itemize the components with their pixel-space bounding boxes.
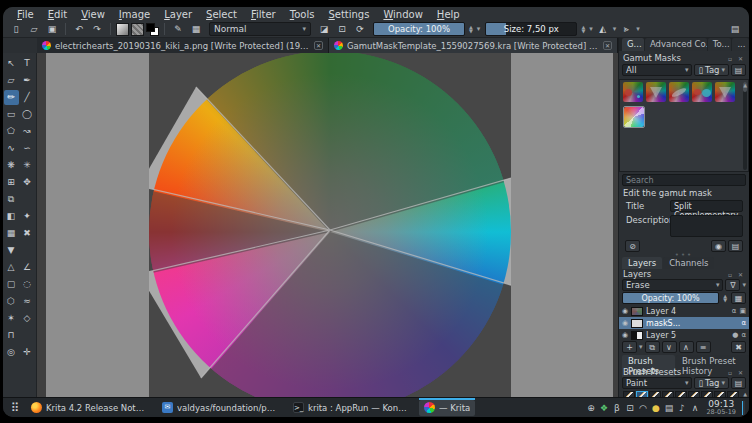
visibility-eye-icon[interactable]: ◉ — [622, 331, 628, 339]
inherit-alpha-icon[interactable]: ▣ — [739, 307, 746, 315]
taskbar-task[interactable]: >_ krita : AppRun — Konsole — [288, 400, 416, 416]
docker-tab[interactable]: ... — [732, 38, 749, 51]
layer-row-mask-selected[interactable]: ◉ maskS... α — [619, 317, 749, 329]
preview-mask-button[interactable]: ◉ — [711, 240, 726, 252]
menu-item[interactable]: View — [75, 9, 111, 20]
layer-properties-button[interactable]: ≡ — [696, 341, 711, 353]
menu-item[interactable]: Filter — [245, 9, 282, 20]
tool-fill[interactable]: ▼ — [4, 243, 19, 258]
docker-float-close-icons[interactable]: ▫ ✕ — [728, 271, 745, 278]
gamut-mask-thumb-complementary[interactable] — [646, 82, 666, 102]
layer-filter-button[interactable]: ∇ — [725, 279, 740, 291]
menu-item[interactable]: Tools — [284, 9, 321, 20]
tool-assistants[interactable]: △ — [4, 260, 19, 275]
taskbar-task[interactable]: — Krita — [419, 400, 475, 416]
tool-magnetic-select[interactable]: ⊓ — [4, 328, 19, 343]
tool-polygon-select[interactable]: ⬡ — [4, 294, 19, 309]
taskbar-task[interactable]: Krita 4.2 Release Notes | Krita - ... — [26, 400, 154, 416]
layer-list-settings-button[interactable]: ▦ — [731, 292, 746, 304]
brush-preset-chooser-button[interactable]: ▦ — [188, 22, 204, 36]
gradient-chooser[interactable] — [116, 23, 129, 36]
app-launcher-icon[interactable]: ⠿ — [7, 401, 23, 415]
close-tab-icon[interactable]: ✕ — [603, 41, 612, 50]
tool-calligraphy[interactable]: ✒ — [20, 73, 35, 88]
show-desktop-button[interactable] — [742, 401, 745, 415]
tool-freehand-path[interactable]: ∽ — [20, 141, 35, 156]
tool-similar-select[interactable]: ✶ — [4, 311, 19, 326]
menu-item[interactable]: Window — [377, 9, 428, 20]
menu-item[interactable]: Layer — [158, 9, 198, 20]
chevron-down-icon[interactable]: ▾ — [589, 25, 593, 33]
save-button[interactable]: ▣ — [44, 22, 60, 36]
tool-move[interactable]: ✥ — [20, 175, 35, 190]
chevron-down-icon[interactable]: ▾ — [477, 25, 481, 33]
menu-item[interactable]: File — [11, 9, 40, 20]
display-settings-button[interactable]: ▤ — [731, 377, 746, 389]
tab-channels[interactable]: Channels — [663, 257, 714, 269]
wrap-around-button[interactable]: ⪢ — [618, 22, 634, 36]
scroll-up-icon[interactable]: ▲ — [743, 82, 747, 88]
open-document-button[interactable]: ▱ — [26, 22, 42, 36]
mask-description-input[interactable] — [670, 215, 743, 237]
tool-rect-select[interactable]: ▢ — [4, 277, 19, 292]
tool-measure[interactable]: ∠ — [20, 260, 35, 275]
tool-smart-patch[interactable]: ✖ — [20, 226, 35, 241]
tool-pan[interactable]: ✛ — [20, 345, 35, 360]
expand-tray-icon[interactable]: ∧ — [689, 403, 700, 413]
cancel-edit-button[interactable]: ⊘ — [625, 240, 640, 252]
save-mask-button[interactable]: ▤ — [728, 240, 743, 252]
lock-tray-icon[interactable]: ● — [650, 403, 661, 413]
brush-size-slider[interactable]: Size: 7,50 px — [485, 22, 577, 36]
workspace-chooser-button[interactable]: ▤ — [727, 22, 743, 36]
mask-title-input[interactable]: Split Complementary — [670, 200, 743, 212]
tool-line[interactable]: ╱ — [20, 90, 35, 105]
network-tray-icon[interactable]: ❖ — [598, 403, 609, 413]
tool-zoom[interactable]: ◎ — [4, 345, 19, 360]
document-tab-gamutmask[interactable]: GamutMaskTemplate_1559027569.kra [Write … — [329, 38, 618, 53]
docker-tab[interactable]: Advanced Co... — [645, 38, 707, 51]
alpha-lock-icon[interactable]: α — [741, 319, 746, 327]
clock[interactable]: 09:13 28-05-19 — [706, 400, 736, 416]
opacity-slider[interactable]: Opacity: 100% — [373, 22, 465, 36]
edit-brush-settings-button[interactable]: ✎ — [170, 22, 186, 36]
preserve-alpha-button[interactable]: ⊡ — [334, 22, 350, 36]
menu-item[interactable]: Help — [431, 9, 466, 20]
tag-button[interactable]: ▯Tag▾ — [694, 64, 729, 76]
volume-muted-tray-icon[interactable]: ♪ — [676, 403, 687, 413]
redo-button[interactable]: ↷ — [89, 22, 105, 36]
layer-row-layer4[interactable]: ◉ Layer 4 α ▣ — [619, 305, 749, 317]
alpha-lock-icon[interactable]: α — [741, 331, 746, 339]
tool-freehand-select[interactable]: ≈ — [20, 294, 35, 309]
docker-float-close-icons[interactable]: ▫ ✕ — [728, 369, 745, 376]
move-layer-up-button[interactable]: ∧ — [679, 341, 694, 353]
display-tray-icon[interactable]: ⊡ — [624, 403, 635, 413]
tool-ellipse-select[interactable]: ◌ — [20, 277, 35, 292]
tool-ellipse[interactable]: ◯ — [20, 107, 35, 122]
gamut-mask-thumb-accent[interactable] — [692, 82, 712, 102]
mask-filter-dropdown[interactable]: All▾ — [622, 64, 692, 76]
layer-blending-dropdown[interactable]: Erase▾ — [622, 279, 723, 291]
chevron-down-icon[interactable]: ▾ — [613, 25, 617, 33]
foreground-background-colors[interactable] — [146, 23, 159, 36]
tool-select-shapes[interactable]: ↖ — [4, 56, 19, 71]
duplicate-layer-button[interactable]: ⧉ — [645, 341, 660, 353]
tool-text[interactable]: T — [20, 56, 35, 71]
tool-polygon[interactable]: ⬠ — [4, 124, 19, 139]
pattern-chooser[interactable] — [131, 23, 144, 36]
lock-icon[interactable]: ● — [732, 331, 738, 339]
tab-layers[interactable]: Layers — [622, 257, 662, 269]
document-tab-kiki[interactable]: electrichearts_20190316_kiki_a.png [Writ… — [37, 38, 329, 53]
blending-mode-dropdown[interactable]: Normal▾ — [209, 22, 311, 36]
reload-preset-button[interactable]: ⟳ — [352, 22, 368, 36]
chevron-down-icon[interactable]: ▾ — [639, 343, 643, 351]
eraser-mode-button[interactable]: ◪ — [316, 22, 332, 36]
tool-crop[interactable]: ⧉ — [4, 192, 19, 207]
gamut-mask-thumb-blade[interactable] — [669, 82, 689, 102]
menu-item[interactable]: Image — [113, 9, 156, 20]
search-tray-icon[interactable]: ⊕ — [585, 403, 596, 413]
add-layer-button[interactable]: + — [622, 341, 637, 353]
tool-freehand-brush[interactable]: ✏ — [4, 90, 19, 105]
new-document-button[interactable]: ▯ — [8, 22, 24, 36]
layer-opacity-slider[interactable]: Opacity: 100% — [622, 292, 719, 304]
docker-float-close-icons[interactable]: ▫ ✕ — [728, 55, 745, 62]
